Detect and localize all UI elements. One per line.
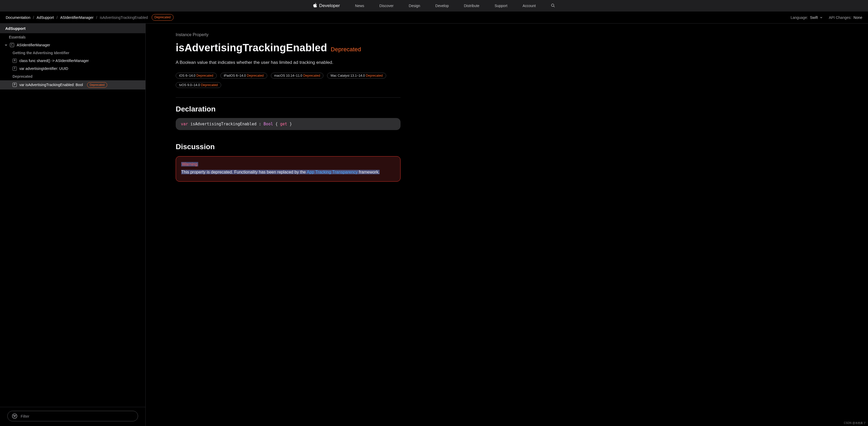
- property-icon: P: [12, 66, 17, 70]
- content[interactable]: Instance Property isAdvertisingTrackingE…: [146, 24, 868, 426]
- crumb-sep: /: [96, 16, 97, 20]
- title-text: isAdvertisingTrackingEnabled: [176, 42, 327, 54]
- sub-bar: Documentation / AdSupport / ASIdentifier…: [0, 11, 868, 24]
- pill-os: iOS 6–14.0: [179, 74, 195, 78]
- brand[interactable]: Developer: [313, 3, 340, 9]
- filter-box[interactable]: [7, 411, 138, 421]
- breadcrumb: Documentation / AdSupport / ASIdentifier…: [6, 14, 174, 21]
- crumb-documentation[interactable]: Documentation: [6, 16, 30, 20]
- warning-body-a: This property is deprecated. Functionali…: [181, 170, 307, 174]
- sidebar-title: AdSupport: [0, 24, 145, 33]
- sidebar-item-isadvertisingtrackingenabled[interactable]: P var isAdvertisingTrackingEnabled: Bool…: [0, 80, 145, 89]
- sidebar-item-label: ASIdentifierManager: [17, 43, 50, 47]
- nav-design[interactable]: Design: [409, 4, 421, 8]
- title-deprecated: Deprecated: [331, 46, 361, 53]
- page-title: isAdvertisingTrackingEnabled Deprecated: [176, 42, 401, 54]
- chevron-down-icon: [5, 43, 7, 47]
- property-icon: P: [12, 83, 17, 87]
- svg-line-1: [554, 6, 555, 7]
- content-inner: Instance Property isAdvertisingTrackingE…: [176, 32, 411, 181]
- nav-account[interactable]: Account: [523, 4, 536, 8]
- sidebar-item-label: class func shared() -> ASIdentifierManag…: [19, 59, 89, 63]
- svg-point-0: [551, 4, 554, 6]
- platform-pill-catalyst: Mac Catalyst 13.1–14.0 Deprecated: [327, 73, 386, 79]
- pill-os: iPadOS 6–14.0: [224, 74, 246, 78]
- code-name: isAdvertisingTrackingEnabled: [190, 122, 256, 126]
- language-label: Language:: [790, 16, 808, 20]
- declaration-heading: Declaration: [176, 105, 401, 113]
- filter-input[interactable]: [21, 414, 133, 419]
- api-changes-label: API Changes:: [829, 16, 851, 20]
- sidebar-scroll[interactable]: AdSupport Essentials C ASIdentifierManag…: [0, 24, 145, 407]
- pill-os: macOS 10.14–11.0: [274, 74, 303, 78]
- sidebar-section-getting: Getting the Advertising Identifier: [0, 49, 145, 57]
- crumb-current: isAdvertisingTrackingEnabled: [100, 16, 148, 20]
- language-picker[interactable]: Language: Swift: [790, 16, 823, 20]
- sub-bar-right: Language: Swift API Changes: None: [790, 16, 862, 20]
- api-changes: API Changes: None: [829, 16, 862, 20]
- brand-text: Developer: [319, 3, 340, 8]
- crumb-adsupport[interactable]: AdSupport: [37, 16, 54, 20]
- api-changes-value: None: [854, 16, 862, 20]
- nav-distribute[interactable]: Distribute: [464, 4, 479, 8]
- chevron-down-icon: [820, 16, 823, 20]
- warning-title: Warning: [181, 162, 198, 166]
- code-colon: :: [259, 122, 264, 126]
- code-type: Bool: [264, 122, 273, 126]
- pill-dep: Deprecated: [303, 74, 320, 78]
- platform-pill-ios: iOS 6–14.0 Deprecated: [176, 73, 217, 79]
- sidebar-item-asidentifiermanager[interactable]: C ASIdentifierManager: [0, 41, 145, 49]
- kicker: Instance Property: [176, 32, 401, 37]
- sidebar-item-essentials[interactable]: Essentials: [0, 33, 145, 41]
- filter-icon: [12, 413, 18, 419]
- search-icon[interactable]: [551, 3, 555, 8]
- platform-pill-macos: macOS 10.14–11.0 Deprecated: [271, 73, 324, 79]
- deprecated-badge: Deprecated: [87, 82, 107, 88]
- pill-os: Mac Catalyst 13.1–14.0: [331, 74, 365, 78]
- pill-os: tvOS 9.0–14.0: [179, 83, 200, 87]
- pill-dep: Deprecated: [201, 83, 218, 87]
- method-icon: M: [12, 59, 17, 63]
- nav-discover[interactable]: Discover: [379, 4, 394, 8]
- pill-dep: Deprecated: [196, 74, 213, 78]
- pill-dep: Deprecated: [247, 74, 264, 78]
- code-kw-get: get: [280, 122, 287, 126]
- declaration-code: var isAdvertisingTrackingEnabled : Bool …: [176, 118, 401, 130]
- crumb-sep: /: [57, 16, 58, 20]
- code-close: }: [289, 122, 292, 126]
- code-kw-var: var: [181, 122, 188, 126]
- sidebar-item-label: Essentials: [9, 35, 26, 39]
- sidebar-item-label: var advertisingIdentifier: UUID: [19, 66, 68, 70]
- main-split: AdSupport Essentials C ASIdentifierManag…: [0, 24, 868, 426]
- summary: A Boolean value that indicates whether t…: [176, 59, 401, 66]
- platform-pills: iOS 6–14.0 Deprecated iPadOS 6–14.0 Depr…: [176, 73, 401, 88]
- sidebar-footer: [0, 407, 145, 426]
- warning-link[interactable]: App Tracking Transparency: [307, 170, 358, 174]
- sidebar-item-advertisingidentifier[interactable]: P var advertisingIdentifier: UUID: [0, 65, 145, 73]
- pill-dep: Deprecated: [366, 74, 383, 78]
- nav-support[interactable]: Support: [495, 4, 507, 8]
- nav-develop[interactable]: Develop: [435, 4, 448, 8]
- sidebar-item-label: var isAdvertisingTrackingEnabled: Bool: [19, 83, 83, 87]
- sidebar-item-shared[interactable]: M class func shared() -> ASIdentifierMan…: [0, 57, 145, 65]
- code-open: {: [275, 122, 280, 126]
- deprecated-badge: Deprecated: [152, 14, 174, 21]
- warning-body-b: framework.: [358, 170, 380, 174]
- top-nav: Developer News Discover Design Develop D…: [0, 0, 868, 11]
- nav-news[interactable]: News: [355, 4, 364, 8]
- sidebar: AdSupport Essentials C ASIdentifierManag…: [0, 24, 146, 426]
- crumb-asidentifiermanager[interactable]: ASIdentifierManager: [60, 16, 94, 20]
- discussion-heading: Discussion: [176, 143, 401, 151]
- sidebar-section-deprecated: Deprecated: [0, 73, 145, 80]
- top-nav-inner: Developer News Discover Design Develop D…: [313, 3, 555, 9]
- class-icon: C: [10, 43, 14, 47]
- warning-box: Warning This property is deprecated. Fun…: [176, 156, 401, 182]
- warning-body: This property is deprecated. Functionali…: [181, 170, 380, 174]
- platform-pill-tvos: tvOS 9.0–14.0 Deprecated: [176, 82, 221, 88]
- platform-pill-ipados: iPadOS 6–14.0 Deprecated: [220, 73, 267, 79]
- crumb-sep: /: [33, 16, 34, 20]
- language-value: Swift: [810, 16, 818, 20]
- apple-logo-icon: [313, 3, 317, 9]
- discussion-section: Discussion Warning This property is depr…: [176, 143, 401, 182]
